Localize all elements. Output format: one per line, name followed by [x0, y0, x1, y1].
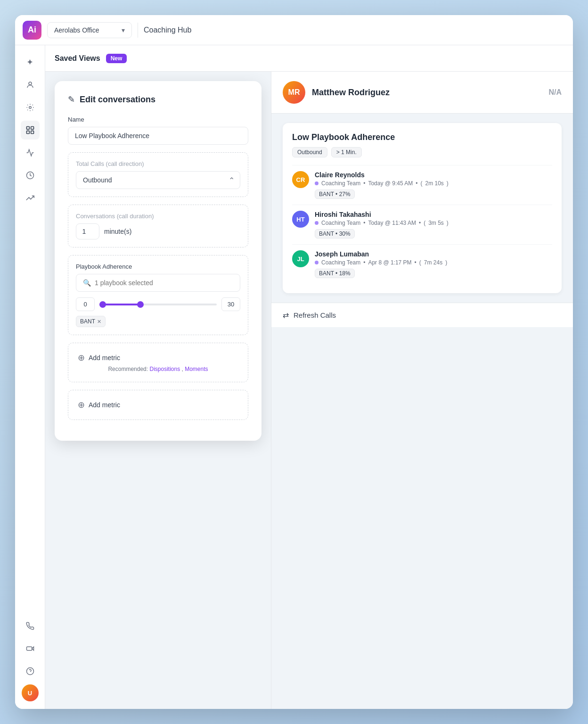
add-metric-button-1[interactable]: ⊕ Add metric: [78, 353, 120, 363]
total-calls-label: Total Calls (call direction): [76, 160, 240, 167]
conv-avatar-1: CR: [292, 171, 309, 188]
bant-tag: BANT ✕: [76, 316, 106, 327]
meta-dot-1: [315, 181, 318, 185]
refresh-icon: ⇄: [283, 311, 289, 320]
svg-rect-5: [31, 131, 33, 134]
slider-thumb-left[interactable]: [99, 301, 106, 308]
card-tag-outbound: Outbound: [292, 147, 327, 157]
conversations-section: Conversations (call duration) minute(s): [68, 205, 248, 247]
conversation-item-3[interactable]: JL Joseph Lumaban Coaching Team • Apr 8 …: [292, 244, 552, 284]
sidebar-item-history[interactable]: [21, 166, 40, 185]
sidebar-item-coaching[interactable]: [21, 121, 40, 140]
conv-info-1: Claire Reynolds Coaching Team • Today @ …: [315, 171, 552, 199]
sidebar-item-phone[interactable]: [21, 617, 40, 635]
playbook-search-field[interactable]: 🔍: [76, 274, 240, 292]
new-badge[interactable]: New: [106, 54, 127, 63]
svg-point-0: [29, 82, 32, 85]
name-input[interactable]: [68, 127, 248, 145]
edit-icon: ✎: [68, 94, 75, 105]
conv-bant-1: BANT • 27%: [315, 189, 355, 199]
minutes-label: minute(s): [104, 228, 131, 235]
slider-row: [76, 297, 240, 311]
card-tag-duration: > 1 Min.: [331, 147, 362, 157]
conv-meta-1: Coaching Team • Today @ 9:45 AM • (2m 10…: [315, 180, 552, 187]
topbar: Ai Aerolabs Office ▾ Coaching Hub: [15, 15, 573, 45]
name-field-section: Name: [68, 116, 248, 145]
minutes-row: minute(s): [76, 223, 240, 239]
topbar-title: Coaching Hub: [144, 26, 191, 34]
svg-rect-4: [26, 131, 29, 134]
sidebar: ✦: [15, 45, 45, 709]
chevron-down-icon: ▾: [122, 26, 125, 34]
name-label: Name: [68, 116, 248, 123]
conv-name-3: Joseph Lumaban: [315, 250, 552, 258]
saved-views-header: Saved Views New: [45, 45, 573, 72]
bant-tag-remove[interactable]: ✕: [97, 319, 101, 325]
profile-avatar: MR: [283, 81, 305, 104]
svg-point-1: [29, 107, 31, 109]
minutes-input[interactable]: [76, 223, 99, 239]
sidebar-item-activity[interactable]: [21, 143, 40, 162]
slider-max-input[interactable]: [221, 297, 240, 311]
sidebar-item-trends[interactable]: [21, 189, 40, 207]
svg-rect-7: [26, 647, 32, 650]
user-avatar[interactable]: U: [22, 684, 39, 701]
meta-dot-2: [315, 221, 318, 225]
modal-header: ✎ Edit conversations: [68, 94, 248, 105]
workspace-label: Aerolabs Office: [54, 26, 99, 34]
modal-title: Edit conversations: [80, 95, 155, 105]
slider-track[interactable]: [99, 304, 217, 305]
meta-dot-3: [315, 261, 318, 264]
playbook-search-input[interactable]: [95, 279, 233, 287]
add-metric-section-1: ⊕ Add metric Recommended: Dispositions ,…: [68, 343, 248, 382]
sidebar-item-sparkle[interactable]: ✦: [21, 53, 40, 72]
playbook-adherence-section: Playbook Adherence 🔍: [68, 255, 248, 335]
sidebar-item-help[interactable]: [21, 662, 40, 681]
conversation-item-2[interactable]: HT Hiroshi Takahashi Coaching Team • Tod…: [292, 205, 552, 244]
add-metric-section-2: ⊕ Add metric: [68, 390, 248, 420]
recommended-text: Recommended: Dispositions , Moments: [78, 366, 238, 372]
profile-stat: N/A: [548, 88, 562, 97]
app-container: Ai Aerolabs Office ▾ Coaching Hub ✦: [15, 15, 573, 709]
two-col-layout: ✎ Edit conversations Name: [45, 72, 573, 709]
refresh-calls-bar[interactable]: ⇄ Refresh Calls: [271, 303, 573, 327]
conv-bant-3: BANT • 18%: [315, 269, 355, 278]
profile-name: Matthew Rodriguez: [312, 88, 390, 98]
edit-conversations-modal: ✎ Edit conversations Name: [55, 81, 261, 441]
plus-icon-1: ⊕: [78, 353, 85, 363]
main-area: ✦: [15, 45, 573, 709]
total-calls-select[interactable]: Outbound Inbound All: [76, 171, 240, 189]
conv-avatar-2: HT: [292, 211, 309, 228]
playbook-adherence-label: Playbook Adherence: [76, 263, 240, 270]
add-metric-button-2[interactable]: ⊕ Add metric: [78, 400, 120, 410]
dispositions-link[interactable]: Dispositions: [149, 366, 180, 372]
content-area: Saved Views New ✎ Edit conversations: [45, 45, 573, 709]
conv-meta-2: Coaching Team • Today @ 11:43 AM • (3m 5…: [315, 220, 552, 226]
conversation-item-1[interactable]: CR Claire Reynolds Coaching Team • Today…: [292, 165, 552, 205]
slider-thumb-right[interactable]: [137, 301, 144, 308]
conv-bant-2: BANT • 30%: [315, 229, 355, 239]
app-logo: Ai: [23, 21, 41, 40]
adherence-card-title: Low Playbook Adherence: [292, 132, 552, 142]
sidebar-item-person[interactable]: [21, 75, 40, 94]
workspace-selector[interactable]: Aerolabs Office ▾: [47, 22, 132, 38]
search-icon: 🔍: [83, 279, 91, 287]
conv-info-3: Joseph Lumaban Coaching Team • Apr 8 @ 1…: [315, 250, 552, 278]
card-tags: Outbound > 1 Min.: [292, 147, 552, 157]
plus-icon-2: ⊕: [78, 400, 85, 410]
conv-name-2: Hiroshi Takahashi: [315, 211, 552, 218]
svg-rect-2: [26, 127, 29, 130]
slider-min-input[interactable]: [76, 297, 95, 311]
svg-rect-3: [31, 127, 33, 130]
moments-link[interactable]: Moments: [185, 366, 208, 372]
conv-info-2: Hiroshi Takahashi Coaching Team • Today …: [315, 211, 552, 239]
sidebar-item-settings[interactable]: [21, 98, 40, 117]
adherence-card: Low Playbook Adherence Outbound > 1 Min.…: [283, 123, 562, 293]
conv-avatar-3: JL: [292, 250, 309, 267]
topbar-divider: [138, 23, 138, 38]
sidebar-item-video[interactable]: [21, 639, 40, 658]
profile-header: MR Matthew Rodriguez N/A: [271, 72, 573, 114]
modal-content: ✎ Edit conversations Name: [55, 81, 261, 441]
left-panel: ✎ Edit conversations Name: [45, 72, 271, 709]
conv-meta-3: Coaching Team • Apr 8 @ 1:17 PM • (7m 24…: [315, 259, 552, 266]
